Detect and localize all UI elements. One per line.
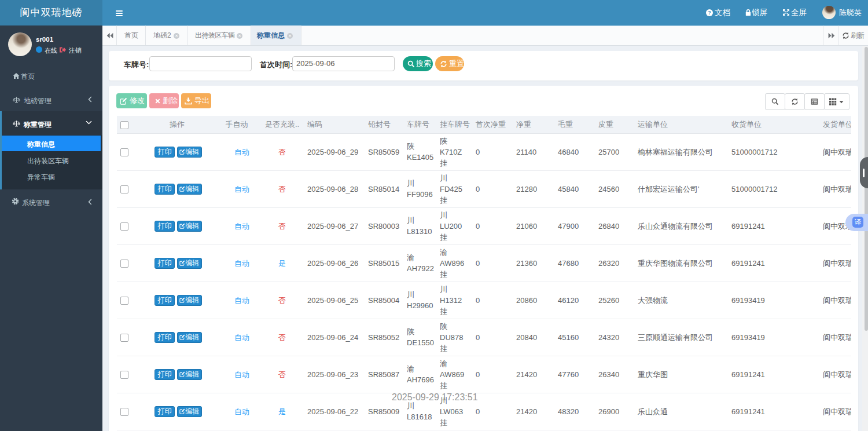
svg-text:?: ? bbox=[708, 10, 711, 16]
